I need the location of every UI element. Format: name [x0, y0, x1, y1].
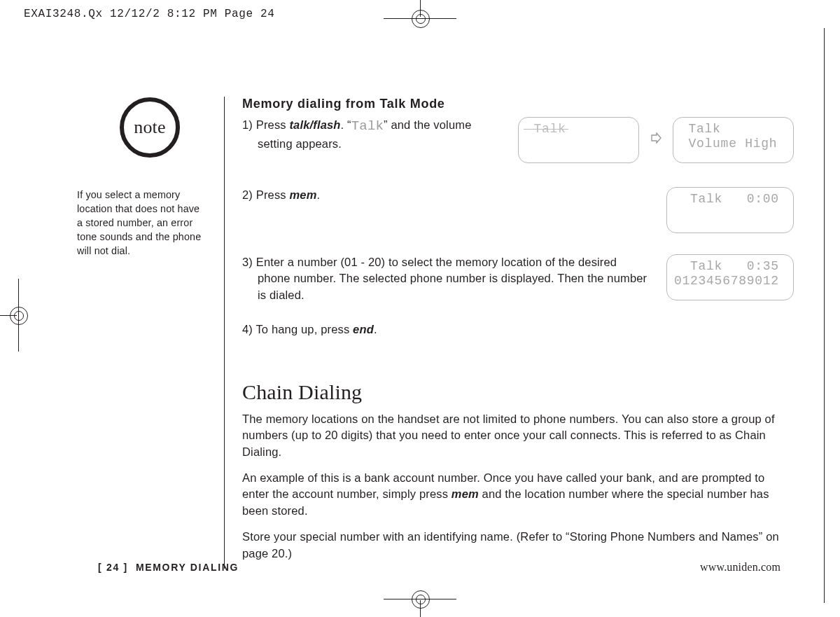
main-column: Memory dialing from Talk Mode 1) Press t… — [242, 97, 794, 571]
lcd-box-1: Talk — [518, 117, 639, 163]
crop-mark-top — [399, 0, 441, 28]
step2-key: mem — [289, 188, 316, 201]
lcd-box-3: Talk 0:00 — [666, 187, 794, 233]
print-proof-header: EXAI3248.Qx 12/12/2 8:12 PM Page 24 — [24, 8, 274, 20]
lcd3-line1: Talk 0:00 — [674, 192, 786, 207]
note-text: If you select a memory location that doe… — [77, 188, 203, 258]
page-frame: note If you select a memory location tha… — [21, 28, 825, 603]
footer-page-number: [ 24 ] — [98, 562, 128, 573]
step-1-text: 1) Press talk/flash. “Talk” and the volu… — [242, 117, 489, 152]
step1-mid: . “ — [341, 118, 351, 131]
lcd-box-2: Talk Volume High — [673, 117, 794, 163]
chain-p1: The memory locations on the handset are … — [242, 411, 794, 460]
step4-tail: . — [374, 323, 377, 335]
page-footer: [ 24 ] MEMORY DIALING www.uniden.com — [98, 561, 780, 574]
step4-lead: 4) To hang up, press — [242, 323, 353, 335]
step2-lead: 2) Press — [242, 188, 289, 201]
step-1-row: 1) Press talk/flash. “Talk” and the volu… — [242, 117, 794, 163]
lcd4-line2: 0123456789012 — [674, 274, 786, 289]
note-icon: note — [119, 97, 181, 158]
lcd2-line2: Volume High — [680, 137, 786, 151]
chain-p2: An example of this is a bank account num… — [242, 470, 794, 519]
vertical-divider — [224, 97, 225, 569]
chain-dialing-title: Chain Dialing — [242, 380, 794, 404]
footer-url: www.uniden.com — [700, 561, 780, 574]
sidebar: note If you select a memory location tha… — [77, 97, 203, 258]
note-icon-label: note — [119, 97, 181, 158]
step2-tail: . — [316, 188, 320, 201]
lcd1-text: Talk — [526, 122, 566, 137]
step-3-text: 3) Enter a number (01 - 20) to select th… — [258, 254, 652, 303]
lcd-box-4: Talk 0:35 0123456789012 — [666, 254, 794, 300]
step-2-text: 2) Press mem. — [242, 187, 320, 203]
step-4-text: 4) To hang up, press end. — [242, 321, 794, 338]
step1-lead: 1) Press — [242, 118, 289, 131]
step-2-row: 2) Press mem. Talk 0:00 — [242, 187, 794, 233]
footer-section: MEMORY DIALING — [136, 562, 239, 573]
section-heading: Memory dialing from Talk Mode — [242, 97, 794, 111]
lcd2-line1: Talk — [680, 122, 786, 137]
chain-p2-key: mem — [451, 487, 479, 500]
step4-key: end — [353, 323, 374, 335]
step-3-row: 3) Enter a number (01 - 20) to select th… — [242, 254, 794, 303]
lcd4-line1: Talk 0:35 — [674, 259, 786, 274]
chain-p3: Store your special number with an identi… — [242, 529, 794, 562]
step1-key: talk/flash — [289, 118, 340, 131]
step1-lcd-word: Talk — [351, 118, 384, 134]
arrow-right-icon — [650, 132, 662, 143]
